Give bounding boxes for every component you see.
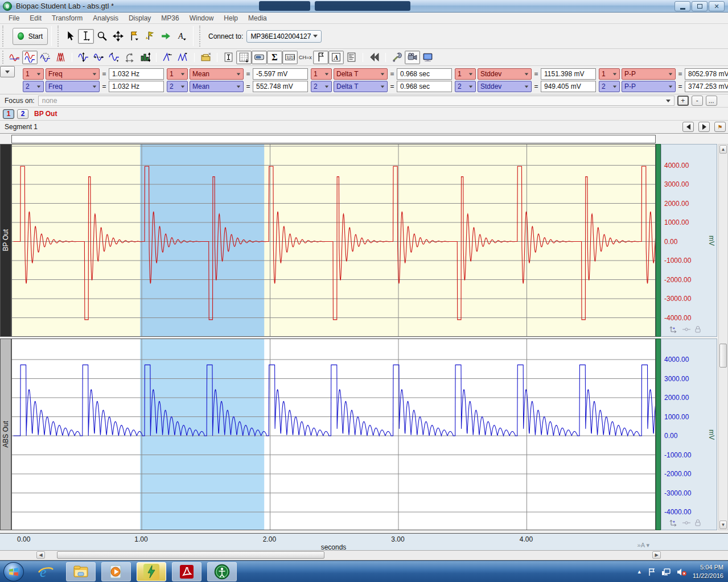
open-folder-icon[interactable] bbox=[198, 51, 213, 64]
scroll-down-button[interactable]: ▼ bbox=[719, 521, 727, 529]
measurement-function-select[interactable]: Stddev bbox=[478, 81, 532, 92]
vertical-scale-abs-out[interactable]: 4000.003000.002000.001000.000.00-1000.00… bbox=[661, 339, 717, 530]
menu-item-file[interactable]: File bbox=[3, 13, 24, 23]
scale-lock-icons[interactable] bbox=[669, 325, 702, 335]
scroll-left-button[interactable]: ◀ bbox=[36, 551, 45, 559]
taskbar-bsl-active[interactable] bbox=[137, 562, 166, 581]
marker-strip[interactable] bbox=[11, 135, 656, 143]
horizontal-scrollbar[interactable]: ◀ ▶ bbox=[0, 551, 728, 560]
measurement-function-select[interactable]: Mean bbox=[190, 68, 244, 80]
toolbar-grip[interactable] bbox=[57, 26, 60, 47]
channel-1-button[interactable]: 1 bbox=[3, 109, 14, 119]
show-grid-icon[interactable] bbox=[236, 51, 252, 64]
bars-autoscale-icon[interactable] bbox=[137, 51, 153, 64]
volume-muted-icon[interactable] bbox=[677, 568, 687, 576]
segment-options-button[interactable]: ⚑ bbox=[714, 122, 726, 132]
measurement-function-select[interactable]: Delta T bbox=[334, 81, 388, 92]
measurement-function-select[interactable]: Mean bbox=[190, 81, 244, 92]
journal-icon[interactable] bbox=[344, 51, 359, 64]
measurement-channel-select[interactable]: 1 bbox=[23, 68, 44, 80]
find-peak-icon[interactable] bbox=[160, 51, 175, 64]
event-flag-tool-icon[interactable] bbox=[142, 29, 158, 44]
measurement-function-select[interactable]: Freq bbox=[46, 68, 100, 80]
menu-item-display[interactable]: Display bbox=[124, 13, 156, 23]
tray-expand-icon[interactable]: ▲ bbox=[637, 569, 642, 575]
ibeam-select-tool-icon[interactable] bbox=[78, 29, 94, 44]
waveform-stacked-icon[interactable] bbox=[22, 51, 38, 64]
digits-display-icon[interactable]: 1|2|3 bbox=[282, 51, 298, 64]
vertical-scrollbar[interactable]: ▲ ▼ bbox=[718, 144, 728, 530]
annotation-text-tool-icon[interactable]: A bbox=[174, 29, 190, 44]
ibeam-cursor-box-icon[interactable] bbox=[221, 51, 236, 64]
menu-item-mp36[interactable]: MP36 bbox=[156, 13, 184, 23]
annotation-box-icon[interactable]: A bbox=[328, 51, 344, 64]
scroll-right-button[interactable]: ▶ bbox=[652, 551, 661, 559]
menu-item-media[interactable]: Media bbox=[243, 13, 272, 23]
measurement-channel-select[interactable]: 1 bbox=[167, 68, 188, 80]
next-segment-button[interactable] bbox=[698, 122, 710, 132]
meter-display-icon[interactable] bbox=[252, 51, 267, 64]
waveform-lasso-icon[interactable] bbox=[38, 51, 53, 64]
zoom-tool-icon[interactable] bbox=[94, 29, 110, 44]
axis-corner-icons[interactable]: »A ▾ bbox=[637, 542, 649, 549]
close-button[interactable]: ✕ bbox=[709, 1, 725, 11]
channel-2-button[interactable]: 2 bbox=[17, 109, 28, 119]
pan-tool-icon[interactable] bbox=[110, 29, 126, 44]
measurement-function-select[interactable]: P-P bbox=[622, 68, 676, 80]
taskbar-windows-explorer[interactable] bbox=[66, 562, 96, 581]
waveform-plot-bp-out[interactable] bbox=[11, 144, 656, 337]
menu-item-help[interactable]: Help bbox=[219, 13, 243, 23]
measurement-function-select[interactable]: P-P bbox=[622, 81, 676, 92]
tools-wrench-icon[interactable] bbox=[389, 51, 405, 64]
selected-region[interactable] bbox=[140, 339, 264, 530]
horizontal-scroll-thumb[interactable] bbox=[57, 551, 324, 559]
taskbar-adobe-reader[interactable] bbox=[172, 562, 201, 581]
channel-equals-icon[interactable]: CH=x bbox=[298, 51, 313, 64]
cursor-tool-icon[interactable] bbox=[62, 29, 78, 44]
measurement-function-select[interactable]: Freq bbox=[46, 81, 100, 92]
measurement-channel-select[interactable]: 2 bbox=[167, 81, 188, 92]
vertical-scroll-thumb[interactable] bbox=[719, 344, 727, 368]
marker-region-icon[interactable] bbox=[313, 51, 328, 64]
action-center-flag-icon[interactable] bbox=[648, 568, 656, 576]
minimize-button[interactable] bbox=[674, 1, 690, 11]
menu-item-edit[interactable]: Edit bbox=[24, 13, 47, 23]
network-icon[interactable] bbox=[661, 568, 671, 576]
channel-strip-abs-out[interactable]: ABS Out bbox=[0, 339, 11, 530]
selected-region[interactable] bbox=[140, 145, 264, 336]
start-button[interactable]: Start bbox=[13, 28, 48, 45]
zoom-in-button[interactable]: + bbox=[677, 96, 689, 106]
start-orb[interactable] bbox=[3, 562, 24, 581]
menu-item-analysis[interactable]: Analysis bbox=[88, 13, 124, 23]
zoom-out-button[interactable]: - bbox=[692, 96, 703, 106]
toolbar-grip[interactable] bbox=[2, 26, 5, 47]
measurement-channel-select[interactable]: 2 bbox=[23, 81, 44, 92]
next-arrow-tool-icon[interactable] bbox=[158, 29, 174, 44]
more-options-button[interactable]: ... bbox=[706, 96, 717, 106]
maximize-button[interactable] bbox=[692, 1, 708, 11]
zoom-previous-wave-icon[interactable] bbox=[106, 51, 122, 64]
title-bar[interactable]: Biopac Student Lab - abs.gtl * ✕ bbox=[0, 0, 728, 13]
measurement-channel-select[interactable]: 1 bbox=[311, 68, 332, 80]
menu-item-window[interactable]: Window bbox=[184, 13, 219, 23]
waveform-compare-red-icon[interactable] bbox=[53, 51, 68, 64]
monitor-display-icon[interactable] bbox=[420, 51, 435, 64]
find-all-peaks-icon[interactable] bbox=[175, 51, 191, 64]
previous-segment-button[interactable] bbox=[682, 122, 694, 132]
sigma-statistics-icon[interactable]: Σ bbox=[267, 51, 282, 64]
menu-item-transform[interactable]: Transform bbox=[47, 13, 88, 23]
system-clock[interactable]: 5:04 PM 11/22/2016 bbox=[693, 563, 723, 580]
measurement-channel-select[interactable]: 2 bbox=[455, 81, 476, 92]
device-dropdown[interactable]: MP36E1402004127 bbox=[246, 30, 322, 43]
autoscale-vertical-icon[interactable] bbox=[76, 51, 91, 64]
scroll-up-button[interactable]: ▲ bbox=[719, 145, 727, 154]
measurement-channel-select[interactable]: 2 bbox=[311, 81, 332, 92]
measurement-channel-select[interactable]: 1 bbox=[599, 68, 620, 80]
autoscale-horizontal-icon[interactable] bbox=[91, 51, 106, 64]
measurement-function-select[interactable]: Delta T bbox=[334, 68, 388, 80]
waveform-single-icon[interactable] bbox=[7, 51, 22, 64]
measurement-channel-select[interactable]: 2 bbox=[599, 81, 620, 92]
rewind-icon[interactable] bbox=[367, 51, 382, 64]
scale-lock-icons[interactable] bbox=[669, 519, 702, 529]
video-camera-icon[interactable] bbox=[405, 51, 420, 64]
